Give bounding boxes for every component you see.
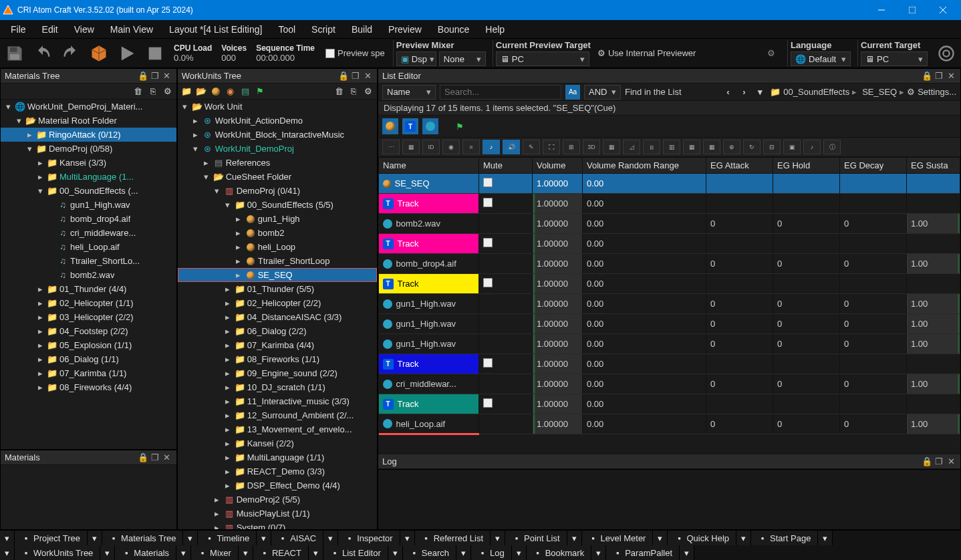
tree-row[interactable]: ▸📁06_Dialog (2/2): [178, 324, 377, 338]
col-btn[interactable]: ✎: [523, 140, 540, 154]
tree-row[interactable]: ▸📁12_Surround_Ambient (2/...: [178, 408, 377, 422]
workunits-tree[interactable]: ▾📂Work Unit▸⊛WorkUnit_ActionDemo▸⊛WorkUn…: [178, 100, 377, 529]
tree-row[interactable]: ▸📁07_Karimba (4/4): [178, 338, 377, 352]
tree-row[interactable]: ▾⊛WorkUnit_DemoProj: [178, 142, 377, 156]
maximize-button[interactable]: [897, 0, 928, 20]
close-panel-icon[interactable]: ✕: [162, 452, 172, 463]
tree-row[interactable]: ▸📁07_Karimba (1/1): [1, 366, 176, 380]
tree-row[interactable]: ▸⊛WorkUnit_Block_IntaractiveMusic: [178, 128, 377, 142]
tree-twisty-icon[interactable]: ▸: [213, 495, 222, 505]
mute-checkbox[interactable]: [483, 398, 493, 408]
lock-icon[interactable]: 🔒: [338, 71, 349, 82]
tree-row[interactable]: ♫gun1_High.wav: [1, 198, 176, 212]
bottom-tab[interactable]: ▪Quick Help: [668, 531, 736, 545]
stop-button[interactable]: [143, 41, 167, 65]
tree-twisty-icon[interactable]: ▸: [35, 284, 45, 294]
table-row[interactable]: bomb_drop4.aif1.000000.000001.00: [379, 254, 960, 274]
tree-row[interactable]: ♫bomb2.wav: [1, 268, 176, 282]
menu-item[interactable]: View: [66, 21, 102, 37]
tree-twisty-icon[interactable]: ▸: [223, 284, 233, 294]
table-row[interactable]: cri_middlewar...1.000000.000001.00: [379, 374, 960, 394]
mute-checkbox[interactable]: [483, 178, 493, 187]
tree-row[interactable]: ▸📁11_Interactive_music (3/3): [178, 394, 377, 408]
tree-row[interactable]: ▸Ttrailer_ShortLoop: [178, 254, 377, 268]
col-btn[interactable]: ≡: [462, 140, 480, 154]
tree-row[interactable]: ♫cri_middleware...: [1, 226, 176, 240]
dsp-dropdown[interactable]: ▣Dsp▾: [396, 51, 436, 66]
tab-dropdown[interactable]: ▾: [567, 531, 582, 545]
breadcrumb-item[interactable]: SE_SEQ: [862, 87, 897, 97]
tab-dropdown[interactable]: ▾: [309, 545, 323, 560]
current-target-dropdown[interactable]: 🖥PC▾: [861, 51, 928, 66]
tree-twisty-icon[interactable]: ▸: [213, 509, 222, 519]
lock-icon[interactable]: 🔒: [138, 71, 148, 82]
tree-row[interactable]: ▸📁06_Dialog (1/1): [1, 352, 176, 366]
tree-row[interactable]: ▸⊛WorkUnit_ActionDemo: [178, 114, 377, 128]
table-row[interactable]: TTrack1.000000.00: [379, 194, 960, 214]
tree-twisty-icon[interactable]: ▾: [223, 200, 233, 210]
undo-button[interactable]: [31, 41, 55, 65]
table-row[interactable]: bomb2.wav1.000000.000001.00: [379, 214, 960, 234]
tree-twisty-icon[interactable]: ▸: [35, 340, 45, 350]
window-icon[interactable]: ❐: [934, 456, 944, 467]
tree-twisty-icon[interactable]: ▸: [191, 130, 200, 140]
lock-icon[interactable]: 🔒: [138, 452, 148, 463]
tree-row[interactable]: ▾▥DemoProj (0/41): [178, 184, 377, 198]
col-btn[interactable]: ↻: [743, 140, 761, 154]
tree-row[interactable]: ▸📁MultiLanguage (1/1): [178, 450, 377, 464]
tree-twisty-icon[interactable]: ▾: [202, 172, 211, 182]
tree-row[interactable]: ▾📁DemoProj (0/58): [1, 142, 176, 156]
list-editor-grid[interactable]: NameMuteVolumeVolume Random RangeEG Atta…: [378, 157, 960, 435]
tab-dropdown[interactable]: ▾: [183, 531, 198, 545]
language-dropdown[interactable]: 🌐Default▾: [791, 51, 851, 66]
tab-dropdown[interactable]: ▾: [736, 531, 751, 545]
preview-spe-checkbox[interactable]: [325, 49, 335, 58]
tree-row[interactable]: ▸bomb2: [178, 226, 377, 240]
menu-item[interactable]: Tool: [270, 21, 303, 37]
tree-twisty-icon[interactable]: ▸: [234, 214, 243, 224]
find-in-list-link[interactable]: Find in the List: [625, 87, 682, 97]
bottom-tab[interactable]: ▪Search: [403, 545, 456, 560]
col-btn[interactable]: ⓘ: [823, 140, 841, 154]
tree-row[interactable]: ▾📁00_SoundEffects (5/5): [178, 198, 377, 212]
filter-cue-icon[interactable]: [382, 118, 398, 134]
col-btn[interactable]: ⊕: [723, 140, 740, 154]
column-header[interactable]: Name: [379, 158, 479, 174]
bottom-tab[interactable]: ▪Point List: [505, 531, 567, 545]
tree-row[interactable]: ▸📁13_Movement_of_envelo...: [178, 422, 377, 436]
copy-icon[interactable]: ⎘: [348, 86, 360, 98]
column-header[interactable]: Volume: [533, 158, 583, 174]
tree-twisty-icon[interactable]: ▸: [213, 523, 222, 529]
page-icon[interactable]: ▤: [239, 86, 251, 98]
tab-dropdown[interactable]: ▾: [0, 531, 15, 545]
tree-twisty-icon[interactable]: ▾: [213, 186, 222, 196]
tree-row[interactable]: ▸heli_Loop: [178, 240, 377, 254]
col-btn[interactable]: ♪: [803, 140, 821, 154]
bottom-tab[interactable]: ▪Mixer: [191, 545, 239, 560]
nav-back-button[interactable]: ‹: [722, 86, 734, 98]
tree-twisty-icon[interactable]: ▸: [234, 242, 243, 252]
col-btn[interactable]: ⋯: [382, 140, 400, 154]
play-button[interactable]: [115, 41, 139, 65]
tree-row[interactable]: ▸📁01_Thunder (5/5): [178, 282, 377, 296]
col-btn[interactable]: ▦: [683, 140, 700, 154]
menu-item[interactable]: File: [3, 21, 34, 37]
table-row[interactable]: TTrack1.000000.00: [379, 354, 960, 374]
window-icon[interactable]: ❐: [150, 452, 160, 463]
mute-checkbox[interactable]: [483, 358, 493, 368]
tab-dropdown[interactable]: ▾: [680, 545, 694, 560]
tree-row[interactable]: ▸📁02_Helicopter (2/2): [178, 296, 377, 310]
col-btn[interactable]: ⛶: [543, 140, 560, 154]
bottom-tab[interactable]: ▪ParamPallet: [606, 545, 680, 560]
col-btn[interactable]: ⫼: [643, 140, 660, 154]
tree-twisty-icon[interactable]: ▾: [14, 116, 23, 126]
minimize-button[interactable]: [866, 0, 897, 20]
tree-row[interactable]: ♫heli_Loop.aif: [1, 240, 176, 254]
tab-dropdown[interactable]: ▾: [388, 545, 403, 560]
col-btn[interactable]: ▦: [402, 140, 420, 154]
flag-icon[interactable]: ⚑: [254, 86, 266, 98]
tree-twisty-icon[interactable]: ▸: [234, 256, 243, 266]
filter-field-dropdown[interactable]: Name▾: [382, 85, 436, 100]
tree-twisty-icon[interactable]: ▸: [234, 270, 243, 280]
col-btn[interactable]: ▣: [783, 140, 801, 154]
